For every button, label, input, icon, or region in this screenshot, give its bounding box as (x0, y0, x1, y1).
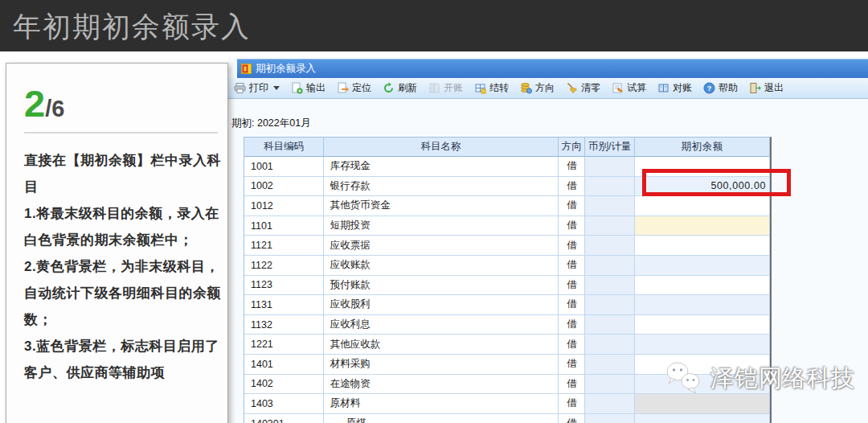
refresh-icon (383, 82, 395, 94)
highlight-red-box (642, 169, 791, 196)
account-code-cell[interactable]: 1122 (244, 256, 324, 276)
dropdown-caret-icon[interactable] (273, 86, 280, 90)
column-header-balance: 期初余额 (635, 138, 770, 157)
currency-cell[interactable] (585, 236, 635, 256)
account-code-cell[interactable]: 1123 (244, 276, 324, 296)
step-current: 2 (24, 81, 45, 125)
button-label: 清零 (581, 81, 600, 95)
account-name-cell[interactable]: 在途物资 (324, 375, 559, 395)
table-row: 1101 短期投资 借 (244, 216, 770, 236)
account-code-cell[interactable]: 1001 (244, 157, 324, 177)
wechat-logo-icon (664, 360, 706, 397)
account-code-cell[interactable]: 1402 (244, 375, 324, 395)
button-label: 帮助 (719, 81, 738, 95)
account-code-cell[interactable]: 1131 (244, 295, 324, 315)
guide-paragraph: 2.黄色背景栏，为非末级科目，自动统计下级各明细科目的余额数； (24, 253, 221, 333)
account-name-cell[interactable]: 应收账款 (324, 256, 559, 276)
direction-cell[interactable]: 借 (559, 177, 585, 197)
export-button[interactable]: 输出 (285, 80, 331, 97)
currency-cell[interactable] (585, 256, 635, 276)
account-name-cell[interactable]: 应收利息 (324, 315, 559, 335)
direction-cell[interactable]: 借 (559, 196, 585, 216)
direction-cell[interactable]: 借 (559, 236, 585, 256)
account-name-cell[interactable]: 预付账款 (324, 276, 559, 296)
direction-cell[interactable]: 借 (559, 394, 585, 414)
account-name-cell[interactable]: 材料采购 (324, 355, 559, 375)
direction-cell[interactable]: 借 (559, 414, 585, 423)
table-row: 1121 应收票据 借 (244, 236, 770, 256)
account-code-cell[interactable]: 1012 (244, 196, 324, 216)
account-name-cell[interactable]: 其他应收款 (324, 335, 559, 355)
currency-cell[interactable] (585, 157, 635, 177)
account-name-cell[interactable]: 库存现金 (324, 157, 559, 177)
exit-button[interactable]: 退出 (743, 80, 789, 97)
refresh-button[interactable]: 刷新 (377, 80, 423, 97)
direction-cell[interactable]: 借 (559, 315, 585, 335)
table-row: 1123 预付账款 借 (244, 276, 770, 296)
reconcile-button[interactable]: 对账 (652, 80, 698, 97)
guide-text: 直接在【期初余额】栏中录入科目 1.将最末级科目的余额，录入在白色背景的期末余额… (24, 147, 221, 386)
currency-cell[interactable] (585, 335, 635, 355)
account-code-cell[interactable]: 140301 (244, 414, 324, 423)
direction-cell[interactable]: 借 (559, 335, 585, 355)
account-code-cell[interactable]: 1403 (244, 394, 324, 414)
balance-cell[interactable] (635, 414, 770, 423)
button-label: 结转 (489, 81, 509, 95)
column-header-direction: 方向 (559, 138, 585, 157)
locate-button[interactable]: 定位 (331, 80, 377, 97)
currency-cell[interactable] (585, 276, 635, 296)
account-name-cell[interactable]: 原材料 (324, 394, 559, 414)
direction-cell[interactable]: 借 (559, 355, 585, 375)
table-row: 1012 其他货币资金 借 (244, 196, 770, 216)
export-icon (291, 82, 303, 94)
account-code-cell[interactable]: 1221 (244, 335, 324, 355)
currency-cell[interactable] (585, 177, 635, 197)
direction-cell[interactable]: 借 (559, 216, 585, 236)
direction-button[interactable]: 方向 (514, 80, 560, 97)
printer-icon (234, 82, 246, 94)
account-code-cell[interactable]: 1401 (244, 355, 324, 375)
print-button[interactable]: 打印 (228, 80, 285, 97)
currency-cell[interactable] (585, 315, 635, 335)
account-name-cell[interactable]: 银行存款 (324, 177, 559, 197)
help-icon: ? (703, 82, 715, 94)
currency-cell[interactable] (585, 375, 635, 395)
help-button[interactable]: ? 帮助 (698, 80, 743, 97)
balance-cell[interactable] (635, 295, 770, 315)
locate-icon (337, 82, 349, 94)
table-row: 140301 原煤 借 (244, 414, 770, 423)
direction-cell[interactable]: 借 (559, 256, 585, 276)
account-name-cell[interactable]: 短期投资 (324, 216, 559, 236)
balance-cell[interactable] (635, 236, 770, 256)
account-code-cell[interactable]: 1101 (244, 216, 324, 236)
balance-cell[interactable] (635, 276, 770, 296)
table-row: 1221 其他应收款 借 (244, 335, 770, 355)
account-code-cell[interactable]: 1121 (244, 236, 324, 256)
account-name-cell[interactable]: 其他货币资金 (324, 196, 559, 216)
trial-balance-button[interactable]: 试算 (606, 80, 652, 97)
balance-cell[interactable] (635, 196, 770, 216)
account-name-cell[interactable]: 应收票据 (324, 236, 559, 256)
account-code-cell[interactable]: 1132 (244, 315, 324, 335)
balance-cell[interactable] (635, 335, 770, 355)
window-ledger-icon (241, 64, 252, 74)
currency-cell[interactable] (585, 394, 635, 414)
direction-cell[interactable]: 借 (559, 375, 585, 395)
direction-cell[interactable]: 借 (559, 276, 585, 296)
direction-cell[interactable]: 借 (559, 295, 585, 315)
balance-cell[interactable] (635, 256, 770, 276)
balance-cell[interactable] (635, 216, 770, 236)
account-name-cell[interactable]: 应收股利 (324, 295, 559, 315)
currency-cell[interactable] (585, 414, 635, 423)
currency-cell[interactable] (585, 355, 635, 375)
clear-button[interactable]: 清零 (560, 80, 606, 97)
currency-cell[interactable] (585, 216, 635, 236)
account-code-cell[interactable]: 1002 (244, 177, 324, 197)
currency-cell[interactable] (585, 196, 635, 216)
account-name-cell[interactable]: 原煤 (324, 414, 559, 423)
balance-cell[interactable] (635, 315, 770, 335)
open-account-button: 开账 (423, 80, 469, 97)
direction-cell[interactable]: 借 (559, 157, 585, 177)
currency-cell[interactable] (585, 295, 635, 315)
carryover-button[interactable]: 结转 (469, 80, 514, 97)
